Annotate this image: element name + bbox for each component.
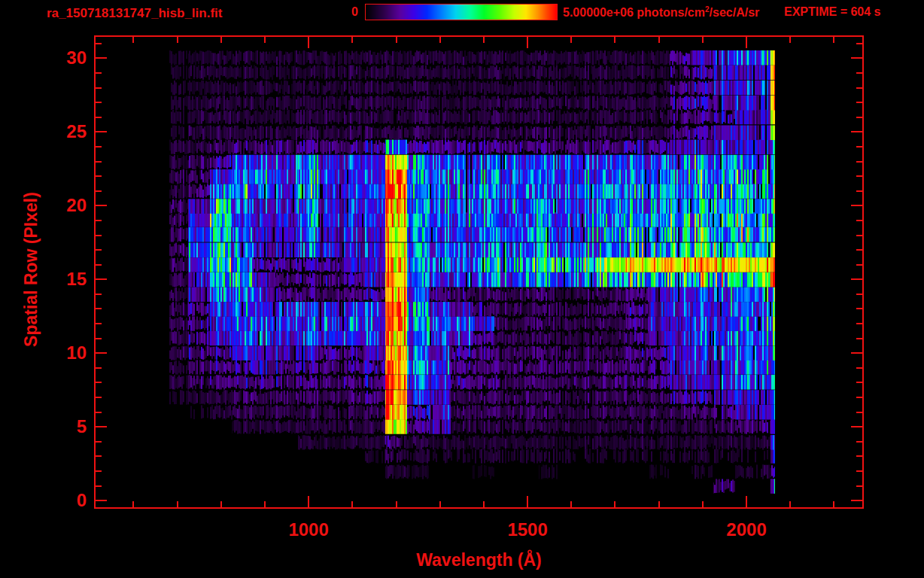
x-axis-tick-label: 1500	[475, 519, 580, 540]
y-axis-minor-tick-right	[856, 441, 862, 443]
y-axis-major-tick-right	[851, 205, 862, 206]
x-axis-minor-tick-top	[833, 37, 834, 43]
y-axis-title: Spatial Row (PIxel)	[21, 192, 41, 347]
y-axis-major-tick-right	[851, 131, 862, 132]
y-axis-tick-label: 20	[34, 195, 87, 216]
y-axis-minor-tick-right	[856, 249, 862, 251]
y-axis-major-tick	[96, 426, 107, 427]
y-axis-tick-label: 15	[34, 269, 87, 290]
x-axis-minor-tick	[789, 501, 791, 507]
x-axis-minor-tick-top	[658, 37, 660, 43]
y-axis-minor-tick	[96, 190, 102, 192]
y-axis-minor-tick-right	[856, 323, 862, 324]
y-axis-minor-tick	[96, 175, 102, 177]
y-axis-tick-label: 0	[34, 490, 87, 511]
x-axis-minor-tick-top	[220, 37, 222, 43]
y-axis-major-tick	[96, 205, 107, 206]
y-axis-minor-tick-right	[856, 161, 862, 163]
y-axis-minor-tick	[96, 220, 102, 221]
x-axis-minor-tick-top	[396, 37, 397, 43]
y-axis-minor-tick-right	[856, 338, 862, 339]
y-axis-major-tick-right	[851, 352, 862, 354]
y-axis-minor-tick	[96, 485, 102, 487]
y-axis-minor-tick	[96, 72, 102, 74]
y-axis-major-tick	[96, 500, 107, 501]
y-axis-minor-tick	[96, 323, 102, 324]
x-axis-major-tick-top	[746, 37, 747, 48]
x-axis-major-tick	[308, 496, 309, 507]
y-axis-minor-tick-right	[856, 294, 862, 295]
y-axis-minor-tick-right	[856, 397, 862, 398]
y-axis-major-tick	[96, 131, 107, 132]
x-axis-tick-label: 2000	[694, 519, 799, 540]
exptime-label: EXPTIME = 604 s	[784, 5, 881, 19]
colorbar-min-label: 0	[340, 5, 358, 19]
x-axis-minor-tick-top	[702, 37, 704, 43]
y-axis-minor-tick	[96, 235, 102, 236]
y-axis-minor-tick	[96, 455, 102, 457]
y-axis-minor-tick-right	[856, 43, 862, 44]
y-axis-minor-tick-right	[856, 485, 862, 487]
y-axis-major-tick	[96, 57, 107, 59]
x-axis-minor-tick	[264, 501, 266, 507]
x-axis-minor-tick	[132, 501, 134, 507]
x-axis-minor-tick-top	[789, 37, 791, 43]
y-axis-minor-tick-right	[856, 455, 862, 457]
y-axis-minor-tick	[96, 264, 102, 266]
y-axis-minor-tick	[96, 382, 102, 383]
x-axis-minor-tick-top	[264, 37, 266, 43]
y-axis-minor-tick-right	[856, 367, 862, 369]
y-axis-minor-tick	[96, 470, 102, 472]
x-axis-minor-tick-top	[351, 37, 353, 43]
y-axis-tick-label: 10	[34, 342, 87, 364]
x-axis-title: Wavelength (Å)	[94, 550, 864, 570]
x-axis-minor-tick	[833, 501, 834, 507]
x-axis-minor-tick-top	[177, 37, 178, 43]
y-axis-minor-tick-right	[856, 235, 862, 236]
y-axis-minor-tick-right	[856, 72, 862, 74]
colorbar-units-suffix: /sec/A/sr	[710, 6, 760, 19]
page-title: ra_150718131747_hisb_lin.fit	[47, 6, 222, 21]
y-axis-minor-tick	[96, 43, 102, 44]
y-axis-minor-tick	[96, 102, 102, 103]
y-axis-major-tick	[96, 278, 107, 280]
colorbar-gradient	[366, 5, 557, 20]
x-axis-minor-tick	[570, 501, 572, 507]
x-axis-major-tick	[527, 496, 528, 507]
y-axis-minor-tick	[96, 367, 102, 369]
colorbar-units-prefix: photons/cm	[634, 6, 705, 19]
y-axis-minor-tick-right	[856, 412, 862, 413]
x-axis-minor-tick-top	[614, 37, 615, 43]
x-axis-minor-tick	[220, 501, 222, 507]
y-axis-major-tick-right	[851, 426, 862, 427]
y-axis-minor-tick	[96, 161, 102, 163]
y-axis-minor-tick-right	[856, 175, 862, 177]
y-axis-minor-tick	[96, 308, 102, 309]
y-axis-major-tick-right	[851, 278, 862, 280]
y-axis-minor-tick	[96, 412, 102, 413]
x-axis-minor-tick-top	[132, 37, 134, 43]
x-axis-major-tick-top	[308, 37, 309, 48]
colorbar	[365, 4, 558, 20]
y-axis-tick-label: 5	[34, 416, 87, 437]
y-axis-minor-tick	[96, 146, 102, 148]
x-axis-major-tick	[746, 496, 747, 507]
y-axis-minor-tick-right	[856, 117, 862, 118]
y-axis-minor-tick	[96, 338, 102, 339]
x-axis-minor-tick	[396, 501, 397, 507]
x-axis-minor-tick	[177, 501, 178, 507]
x-axis-minor-tick-top	[483, 37, 485, 43]
x-axis-minor-tick	[614, 501, 615, 507]
y-axis-minor-tick	[96, 441, 102, 443]
y-axis-minor-tick	[96, 87, 102, 89]
y-axis-minor-tick-right	[856, 87, 862, 89]
colorbar-max-value: 5.00000e+06	[563, 6, 634, 19]
y-axis-minor-tick-right	[856, 146, 862, 148]
y-axis-minor-tick-right	[856, 308, 862, 309]
x-axis-minor-tick	[483, 501, 485, 507]
x-axis-minor-tick	[439, 501, 441, 507]
plot-window: ra_150718131747_hisb_lin.fit 0 5.00000e+…	[0, 0, 924, 578]
y-axis-minor-tick-right	[856, 382, 862, 383]
x-axis-minor-tick	[702, 501, 704, 507]
x-axis-minor-tick-top	[570, 37, 572, 43]
